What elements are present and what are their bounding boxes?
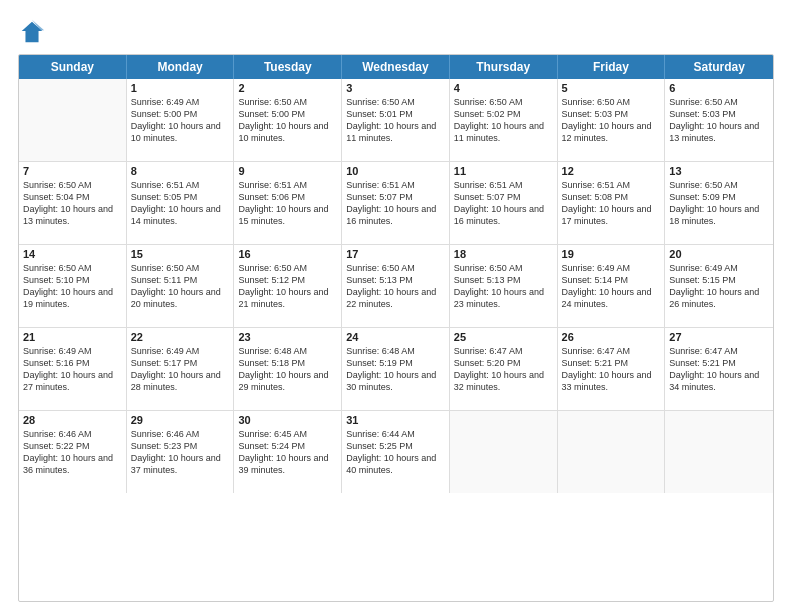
cell-info: Sunrise: 6:47 AM Sunset: 5:20 PM Dayligh… — [454, 345, 553, 394]
cell-info: Sunrise: 6:49 AM Sunset: 5:15 PM Dayligh… — [669, 262, 769, 311]
sunset-text: Sunset: 5:21 PM — [669, 358, 736, 368]
sunset-text: Sunset: 5:09 PM — [669, 192, 736, 202]
sunrise-text: Sunrise: 6:50 AM — [669, 180, 738, 190]
sunrise-text: Sunrise: 6:47 AM — [562, 346, 631, 356]
cell-info: Sunrise: 6:51 AM Sunset: 5:05 PM Dayligh… — [131, 179, 230, 228]
daylight-text: Daylight: 10 hours and 26 minutes. — [669, 287, 759, 309]
sunrise-text: Sunrise: 6:51 AM — [562, 180, 631, 190]
day-number: 17 — [346, 248, 445, 260]
sunrise-text: Sunrise: 6:50 AM — [346, 263, 415, 273]
day-number: 4 — [454, 82, 553, 94]
sunrise-text: Sunrise: 6:51 AM — [454, 180, 523, 190]
calendar-cell: 17 Sunrise: 6:50 AM Sunset: 5:13 PM Dayl… — [342, 245, 450, 327]
daylight-text: Daylight: 10 hours and 22 minutes. — [346, 287, 436, 309]
sunrise-text: Sunrise: 6:47 AM — [669, 346, 738, 356]
day-number: 14 — [23, 248, 122, 260]
day-number: 5 — [562, 82, 661, 94]
sunrise-text: Sunrise: 6:50 AM — [346, 97, 415, 107]
day-number: 21 — [23, 331, 122, 343]
cell-info: Sunrise: 6:50 AM Sunset: 5:11 PM Dayligh… — [131, 262, 230, 311]
calendar-cell: 16 Sunrise: 6:50 AM Sunset: 5:12 PM Dayl… — [234, 245, 342, 327]
calendar-cell: 2 Sunrise: 6:50 AM Sunset: 5:00 PM Dayli… — [234, 79, 342, 161]
cell-info: Sunrise: 6:49 AM Sunset: 5:16 PM Dayligh… — [23, 345, 122, 394]
day-number: 12 — [562, 165, 661, 177]
daylight-text: Daylight: 10 hours and 15 minutes. — [238, 204, 328, 226]
cell-info: Sunrise: 6:50 AM Sunset: 5:09 PM Dayligh… — [669, 179, 769, 228]
cell-info: Sunrise: 6:45 AM Sunset: 5:24 PM Dayligh… — [238, 428, 337, 477]
cell-info: Sunrise: 6:49 AM Sunset: 5:17 PM Dayligh… — [131, 345, 230, 394]
calendar-cell: 5 Sunrise: 6:50 AM Sunset: 5:03 PM Dayli… — [558, 79, 666, 161]
cell-info: Sunrise: 6:50 AM Sunset: 5:01 PM Dayligh… — [346, 96, 445, 145]
sunrise-text: Sunrise: 6:51 AM — [131, 180, 200, 190]
sunrise-text: Sunrise: 6:50 AM — [562, 97, 631, 107]
cell-info: Sunrise: 6:46 AM Sunset: 5:22 PM Dayligh… — [23, 428, 122, 477]
sunrise-text: Sunrise: 6:50 AM — [238, 97, 307, 107]
sunset-text: Sunset: 5:24 PM — [238, 441, 305, 451]
sunset-text: Sunset: 5:16 PM — [23, 358, 90, 368]
calendar-cell: 6 Sunrise: 6:50 AM Sunset: 5:03 PM Dayli… — [665, 79, 773, 161]
header — [18, 18, 774, 46]
day-number: 29 — [131, 414, 230, 426]
sunset-text: Sunset: 5:01 PM — [346, 109, 413, 119]
calendar-cell: 31 Sunrise: 6:44 AM Sunset: 5:25 PM Dayl… — [342, 411, 450, 493]
daylight-text: Daylight: 10 hours and 33 minutes. — [562, 370, 652, 392]
daylight-text: Daylight: 10 hours and 23 minutes. — [454, 287, 544, 309]
day-number: 18 — [454, 248, 553, 260]
calendar-row: 14 Sunrise: 6:50 AM Sunset: 5:10 PM Dayl… — [19, 245, 773, 328]
sunset-text: Sunset: 5:19 PM — [346, 358, 413, 368]
sunrise-text: Sunrise: 6:46 AM — [131, 429, 200, 439]
day-number: 2 — [238, 82, 337, 94]
calendar-header: SundayMondayTuesdayWednesdayThursdayFrid… — [19, 55, 773, 79]
sunset-text: Sunset: 5:25 PM — [346, 441, 413, 451]
calendar-cell: 26 Sunrise: 6:47 AM Sunset: 5:21 PM Dayl… — [558, 328, 666, 410]
sunset-text: Sunset: 5:13 PM — [454, 275, 521, 285]
daylight-text: Daylight: 10 hours and 13 minutes. — [23, 204, 113, 226]
calendar-cell: 28 Sunrise: 6:46 AM Sunset: 5:22 PM Dayl… — [19, 411, 127, 493]
calendar-cell: 18 Sunrise: 6:50 AM Sunset: 5:13 PM Dayl… — [450, 245, 558, 327]
calendar-row: 28 Sunrise: 6:46 AM Sunset: 5:22 PM Dayl… — [19, 411, 773, 493]
weekday-header: Monday — [127, 55, 235, 79]
calendar-cell: 24 Sunrise: 6:48 AM Sunset: 5:19 PM Dayl… — [342, 328, 450, 410]
day-number: 16 — [238, 248, 337, 260]
cell-info: Sunrise: 6:51 AM Sunset: 5:07 PM Dayligh… — [346, 179, 445, 228]
calendar-cell — [665, 411, 773, 493]
sunset-text: Sunset: 5:05 PM — [131, 192, 198, 202]
cell-info: Sunrise: 6:49 AM Sunset: 5:00 PM Dayligh… — [131, 96, 230, 145]
daylight-text: Daylight: 10 hours and 24 minutes. — [562, 287, 652, 309]
sunset-text: Sunset: 5:02 PM — [454, 109, 521, 119]
daylight-text: Daylight: 10 hours and 40 minutes. — [346, 453, 436, 475]
logo — [18, 18, 50, 46]
daylight-text: Daylight: 10 hours and 29 minutes. — [238, 370, 328, 392]
sunset-text: Sunset: 5:23 PM — [131, 441, 198, 451]
sunrise-text: Sunrise: 6:49 AM — [131, 97, 200, 107]
sunrise-text: Sunrise: 6:49 AM — [669, 263, 738, 273]
calendar-row: 1 Sunrise: 6:49 AM Sunset: 5:00 PM Dayli… — [19, 79, 773, 162]
calendar-cell: 1 Sunrise: 6:49 AM Sunset: 5:00 PM Dayli… — [127, 79, 235, 161]
calendar-cell — [19, 79, 127, 161]
daylight-text: Daylight: 10 hours and 21 minutes. — [238, 287, 328, 309]
weekday-header: Saturday — [665, 55, 773, 79]
daylight-text: Daylight: 10 hours and 19 minutes. — [23, 287, 113, 309]
calendar-body: 1 Sunrise: 6:49 AM Sunset: 5:00 PM Dayli… — [19, 79, 773, 493]
sunrise-text: Sunrise: 6:45 AM — [238, 429, 307, 439]
cell-info: Sunrise: 6:47 AM Sunset: 5:21 PM Dayligh… — [562, 345, 661, 394]
calendar-cell: 3 Sunrise: 6:50 AM Sunset: 5:01 PM Dayli… — [342, 79, 450, 161]
cell-info: Sunrise: 6:44 AM Sunset: 5:25 PM Dayligh… — [346, 428, 445, 477]
sunset-text: Sunset: 5:07 PM — [454, 192, 521, 202]
sunrise-text: Sunrise: 6:50 AM — [454, 263, 523, 273]
daylight-text: Daylight: 10 hours and 28 minutes. — [131, 370, 221, 392]
sunset-text: Sunset: 5:18 PM — [238, 358, 305, 368]
day-number: 31 — [346, 414, 445, 426]
daylight-text: Daylight: 10 hours and 10 minutes. — [238, 121, 328, 143]
daylight-text: Daylight: 10 hours and 10 minutes. — [131, 121, 221, 143]
calendar-cell: 19 Sunrise: 6:49 AM Sunset: 5:14 PM Dayl… — [558, 245, 666, 327]
calendar-cell: 14 Sunrise: 6:50 AM Sunset: 5:10 PM Dayl… — [19, 245, 127, 327]
sunset-text: Sunset: 5:04 PM — [23, 192, 90, 202]
daylight-text: Daylight: 10 hours and 34 minutes. — [669, 370, 759, 392]
sunrise-text: Sunrise: 6:51 AM — [238, 180, 307, 190]
cell-info: Sunrise: 6:50 AM Sunset: 5:10 PM Dayligh… — [23, 262, 122, 311]
daylight-text: Daylight: 10 hours and 32 minutes. — [454, 370, 544, 392]
cell-info: Sunrise: 6:50 AM Sunset: 5:04 PM Dayligh… — [23, 179, 122, 228]
daylight-text: Daylight: 10 hours and 12 minutes. — [562, 121, 652, 143]
weekday-header: Friday — [558, 55, 666, 79]
